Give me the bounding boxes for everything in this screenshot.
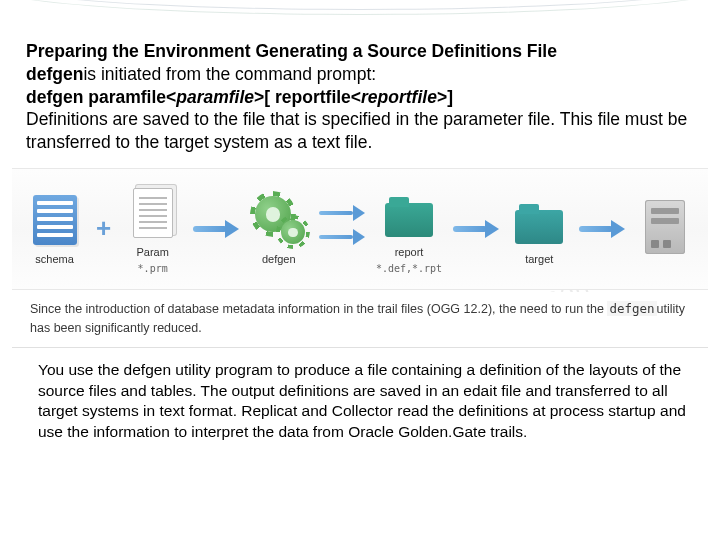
note-box: Since the introduction of database metad… [12,292,708,349]
node-defgen: defgen [250,191,308,266]
intro-line-3: Definitions are saved to the file that i… [26,108,694,154]
note-code: defgen [607,301,656,316]
node-param: Param *.prm [124,184,182,274]
flow-diagram: schema + Param *.prm defgen report *.def… [12,168,708,290]
syntax-paramfile: paramfile [176,87,254,107]
decorative-waves [0,0,720,30]
syntax-reportfile: reportfile [361,87,437,107]
node-param-label: Param [136,246,168,259]
syntax-line: defgen paramfile<paramfile>[ reportfile<… [26,86,694,109]
plus-icon: + [95,213,113,244]
syntax-part-e: >] [437,87,453,107]
arrow-icon [193,220,239,238]
node-defgen-label: defgen [262,253,296,266]
node-schema: schema [26,191,84,266]
node-report: report *.def,*.rpt [376,184,442,274]
node-target: target [510,191,568,266]
defgen-keyword: defgen [26,64,83,84]
intro-line-1-rest: is initiated from the command prompt: [83,64,376,84]
lower-paragraph-block: You use the defgen utility program to pr… [26,360,694,442]
gears-icon [250,191,308,249]
syntax-part-c: >[ reportfile< [254,87,361,107]
node-target-label: target [525,253,553,266]
arrow-icon-2 [453,220,499,238]
slide-content: Preparing the Environment Generating a S… [26,40,694,442]
lower-paragraph: You use the defgen utility program to pr… [38,360,688,442]
schema-icon [26,191,84,249]
node-server [636,198,694,260]
param-icon [124,184,182,242]
node-report-label: report [395,246,424,259]
arrow-icon-3 [579,220,625,238]
double-arrow-icon [319,208,365,250]
note-text-1: Since the introduction of database metad… [30,302,607,316]
node-schema-label: schema [35,253,74,266]
folder-icon [380,184,438,242]
syntax-part-a: defgen paramfile< [26,87,176,107]
target-folder-icon [510,191,568,249]
server-icon [636,198,694,256]
intro-line-1: defgenis initiated from the command prom… [26,63,694,86]
node-report-sub: *.def,*.rpt [376,263,442,274]
slide-heading: Preparing the Environment Generating a S… [26,40,694,63]
node-param-sub: *.prm [138,263,168,274]
